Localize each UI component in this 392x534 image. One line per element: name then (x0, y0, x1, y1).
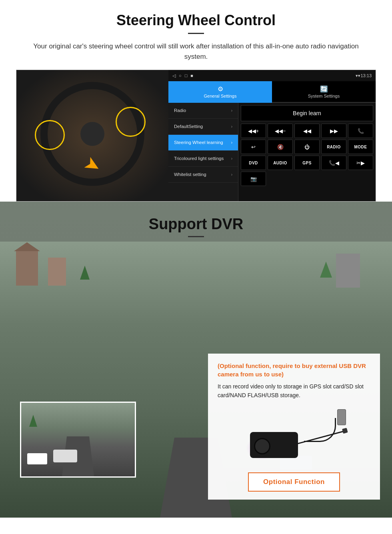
ctrl-power[interactable]: ⏻ (294, 140, 320, 154)
scene-building-3 (336, 254, 360, 288)
time-display: 13:13 (360, 73, 372, 78)
thumb-tree (29, 415, 37, 427)
ctrl-phone-prev[interactable]: 📞◀ (321, 156, 346, 170)
steering-ui-block: ➤ ◁ ○ □ ■ ▾ ▾ 13:13 ⚙ General (16, 70, 376, 202)
tab-general-settings[interactable]: ⚙ General Settings (168, 81, 272, 103)
menu-item-radio[interactable]: Radio › (168, 103, 238, 119)
dvr-optional-note: (Optional function, require to buy exter… (218, 362, 370, 378)
ctrl-phone[interactable]: 📞 (348, 124, 373, 138)
dvr-camera-image (238, 406, 350, 466)
android-panel: ◁ ○ □ ■ ▾ ▾ 13:13 ⚙ General Settings 🔄 S… (168, 70, 376, 201)
ctrl-audio[interactable]: AUDIO (268, 156, 293, 170)
home-icon: ○ (179, 73, 182, 78)
android-content: Radio › DefaultSetting › Steering Wheel … (168, 103, 376, 201)
next-icon: ▶▶ (330, 128, 338, 134)
dvr-thumbnail (20, 402, 136, 478)
menu-item-whitelist[interactable]: Whitelist setting › (168, 167, 238, 183)
steering-bg: ➤ (16, 70, 168, 202)
power-icon: ⏻ (304, 144, 310, 150)
dvr-title-area: Support DVR (0, 202, 392, 243)
ctrl-phone-next[interactable]: ✂▶ (348, 156, 373, 170)
dvr-description: It can record video only to storage in G… (218, 382, 370, 400)
dvd-label: DVD (249, 161, 258, 165)
back-call-icon: ↩ (251, 144, 256, 150)
tree-1 (80, 266, 90, 280)
thumb-car-2 (53, 450, 77, 462)
dvr-thumb-scene (21, 403, 135, 476)
vol-down-icon: ◀◀− (275, 128, 286, 134)
steering-photo: ➤ (16, 70, 168, 202)
phone-prev-icon: 📞◀ (329, 160, 339, 166)
dvr-divider (188, 236, 204, 237)
tab-general-label: General Settings (204, 94, 237, 98)
chevron-icon-4: › (231, 156, 232, 161)
chevron-icon-5: › (231, 172, 232, 177)
dvr-product-area (218, 406, 370, 466)
menu-default-label: DefaultSetting (174, 124, 203, 130)
menu-item-defaultsetting[interactable]: DefaultSetting › (168, 119, 238, 135)
dvr-section: Support DVR (Optional function, require … (0, 202, 392, 518)
chevron-icon-2: › (231, 124, 232, 129)
tree-2 (320, 262, 332, 278)
ctrl-radio[interactable]: RADIO (321, 140, 346, 154)
optional-function-button[interactable]: Optional Function (248, 472, 340, 492)
ctrl-mode[interactable]: MODE (348, 140, 373, 154)
ctrl-camera[interactable]: 📷 (241, 172, 266, 186)
ctrl-vol-down[interactable]: ◀◀− (268, 124, 293, 138)
title-divider (188, 33, 204, 34)
scene-building-2 (48, 258, 66, 286)
back-icon: ◁ (172, 73, 176, 78)
ctrl-prev[interactable]: ◀◀ (294, 124, 320, 138)
vol-up-icon: ◀◀+ (248, 128, 259, 134)
cable-curve (304, 418, 336, 442)
steering-subtitle: Your original car's steering wheel contr… (32, 41, 360, 62)
menu-tricoloured-label: Tricoloured light settings (174, 156, 224, 162)
button-highlight-left (35, 120, 65, 150)
steering-title: Steering Wheel Control (16, 12, 376, 29)
menu-whitelist-label: Whitelist setting (174, 172, 206, 178)
phone-icon: 📞 (358, 128, 364, 134)
ctrl-back[interactable]: ↩ (241, 140, 266, 154)
dvr-info-box: (Optional function, require to buy exter… (208, 354, 380, 500)
android-tabs: ⚙ General Settings 🔄 System Settings (168, 81, 376, 103)
chevron-icon-3: › (231, 140, 232, 145)
prev-icon: ◀◀ (303, 128, 311, 134)
menu-icon: ■ (190, 73, 193, 78)
usb-plug (337, 409, 346, 425)
audio-label: AUDIO (273, 161, 287, 165)
scene-building-1 (16, 250, 38, 286)
begin-learn-label: Begin learn (293, 110, 321, 116)
system-icon: 🔄 (320, 85, 328, 93)
camera-body (250, 432, 298, 458)
menu-item-steering-learning[interactable]: Steering Wheel learning › (168, 135, 238, 151)
ctrl-next[interactable]: ▶▶ (321, 124, 346, 138)
menu-radio-label: Radio (174, 108, 186, 114)
ctrl-mute[interactable]: 🔇 (268, 140, 293, 154)
statusbar-left-icons: ◁ ○ □ ■ (172, 73, 193, 78)
ctrl-dvd[interactable]: DVD (241, 156, 266, 170)
tab-system-settings[interactable]: 🔄 System Settings (272, 81, 376, 103)
menu-item-tricoloured[interactable]: Tricoloured light settings › (168, 151, 238, 167)
control-grid: ◀◀+ ◀◀− ◀◀ ▶▶ 📞 (241, 124, 373, 186)
tab-system-label: System Settings (308, 94, 340, 98)
mode-label: MODE (354, 145, 367, 149)
radio-label: RADIO (327, 145, 341, 149)
ctrl-vol-up[interactable]: ◀◀+ (241, 124, 266, 138)
roof-1 (14, 242, 40, 251)
begin-learn-bar[interactable]: Begin learn (241, 105, 373, 121)
recents-icon: □ (185, 73, 188, 78)
gps-label: GPS (302, 161, 312, 165)
gear-icon: ⚙ (218, 85, 223, 93)
android-menu: Radio › DefaultSetting › Steering Wheel … (168, 103, 238, 201)
button-highlight-right (116, 107, 146, 137)
ctrl-gps[interactable]: GPS (294, 156, 320, 170)
chevron-icon: › (231, 108, 232, 113)
android-right-panel: Begin learn ◀◀+ ◀◀− ◀◀ ▶▶ (238, 103, 376, 201)
steering-section: Steering Wheel Control Your original car… (0, 0, 392, 202)
camera-icon: 📷 (250, 176, 257, 182)
menu-steering-label: Steering Wheel learning (174, 140, 223, 146)
phone-next-icon: ✂▶ (356, 160, 365, 166)
dvr-title: Support DVR (0, 216, 392, 233)
mute-icon: 🔇 (277, 144, 284, 150)
android-statusbar: ◁ ○ □ ■ ▾ ▾ 13:13 (168, 70, 376, 81)
